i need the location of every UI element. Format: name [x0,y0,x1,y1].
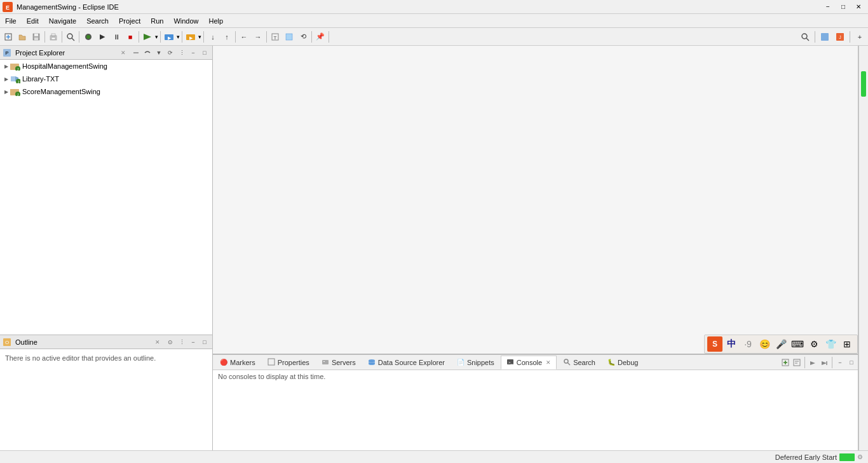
print-button[interactable] [46,30,60,44]
open-type-button[interactable]: T [268,30,282,44]
view-menu-button[interactable]: ⋮ [177,48,187,58]
tab-properties-label: Properties [278,359,309,366]
menu-project[interactable]: Project [114,14,146,27]
menu-run[interactable]: Run [146,14,168,27]
ime-dot-icon[interactable]: ·9 [740,336,756,352]
sep-12 [815,31,815,43]
open-resource-button[interactable] [282,30,296,44]
tab-markers[interactable]: 🔴 Markers [214,356,261,370]
project-explorer-header: P Project Explorer ✕ ▼ ⟳ ⋮ − □ [0,46,212,60]
next-edit-button[interactable]: ⟲ [296,30,310,44]
back-button[interactable]: ← [237,30,251,44]
run-button[interactable] [140,30,154,44]
servers-icon [322,358,329,367]
tab-properties[interactable]: Properties [262,356,315,370]
outline-minimize-button[interactable]: − [188,337,198,347]
minimize-button[interactable]: − [821,2,835,12]
sync-button[interactable]: ⟳ [165,48,175,58]
ime-grid-icon[interactable]: ⊞ [839,336,855,352]
outline-view-menu-button[interactable]: ⋮ [177,337,187,347]
open-button[interactable] [15,30,29,44]
console-scroll-lock-button[interactable] [808,357,818,368]
sep-5 [160,31,161,43]
tab-servers[interactable]: Servers [316,356,362,370]
search-toolbar-button[interactable] [64,30,78,44]
ime-shirt-icon[interactable]: 👕 [823,336,838,352]
suspend-button[interactable]: ⏸ [109,30,123,44]
external-tools-dropdown[interactable]: ▾ [198,30,202,44]
link-with-editor-button[interactable] [142,48,153,58]
debug-button[interactable] [81,30,95,44]
coverage-dropdown[interactable]: ▾ [176,30,180,44]
new-console-button[interactable] [780,357,790,368]
run-dropdown[interactable]: ▾ [154,30,159,44]
status-settings-icon[interactable]: ⚙ [857,453,863,460]
prev-annotation-button[interactable]: ↑ [220,30,234,44]
open-perspective-button[interactable]: + [853,30,867,44]
scroll-overview-bar [861,71,866,97]
console-options-button[interactable] [792,357,802,368]
svg-rect-45 [323,361,325,362]
external-tools-button[interactable]: ▶ [184,30,198,44]
tab-data-source-label: Data Source Explorer [378,359,445,366]
tree-item-hospital[interactable]: ▶ J HospitalManagementSwing [0,60,212,73]
ime-voice-icon[interactable]: 🎤 [773,336,789,352]
tab-data-source[interactable]: Data Source Explorer [362,356,451,370]
new-button[interactable] [1,30,15,44]
pin-editor-button[interactable]: 📌 [313,30,327,44]
maximize-button[interactable]: □ [836,2,850,12]
maximize-bottom-button[interactable]: □ [846,357,857,368]
sep-3 [79,31,79,43]
tab-search[interactable]: Search [557,356,601,370]
svg-rect-22 [286,34,292,40]
project-library-label: Library-TXT [22,75,59,83]
tree-item-score[interactable]: ▶ J ScoreManagementSwing [0,85,212,98]
java-perspective-button[interactable]: J [833,30,847,44]
coverage-button[interactable]: ▶ [162,30,176,44]
console-close-icon[interactable]: ✕ [546,359,551,366]
tab-snippets-label: Snippets [467,359,494,366]
ime-chinese-icon[interactable]: 中 [724,336,739,352]
save-button[interactable] [29,30,43,44]
stop-button[interactable]: ■ [123,30,137,44]
outline-maximize-button[interactable]: □ [200,337,210,347]
menu-search[interactable]: Search [81,14,114,27]
menu-file[interactable]: File [0,14,22,27]
console-scroll-end-button[interactable] [819,357,829,368]
tab-console[interactable]: >_ Console ✕ [501,356,557,370]
menu-edit[interactable]: Edit [22,14,44,27]
project-score-label: ScoreManagementSwing [22,88,100,95]
menu-navigate[interactable]: Navigate [44,14,81,27]
project-explorer-title: Project Explorer [15,49,116,57]
next-annotation-button[interactable]: ↓ [206,30,220,44]
ime-sougou-icon[interactable]: S [707,336,722,352]
minimize-bottom-button[interactable]: − [835,357,845,368]
collapse-all-button[interactable] [131,48,141,58]
search-global-button[interactable] [798,30,812,44]
ime-keyboard-icon[interactable]: ⌨ [790,336,805,352]
debug-tab-icon: 🐛 [607,359,615,366]
sep-13 [850,31,850,43]
perspective-button[interactable] [818,30,832,44]
tab-debug[interactable]: 🐛 Debug [602,356,644,370]
menu-help[interactable]: Help [204,14,229,27]
maximize-panel-button[interactable]: □ [200,48,210,58]
console-content: No consoles to display at this time. [213,370,858,462]
console-message: No consoles to display at this time. [218,373,325,380]
forward-button[interactable]: → [251,30,265,44]
filters-button[interactable]: ▼ [154,48,164,58]
minimize-panel-button[interactable]: − [188,48,198,58]
svg-text:J: J [17,93,19,96]
tab-snippets[interactable]: 📄 Snippets [451,356,500,370]
ime-emoji-icon[interactable]: 😊 [757,336,772,352]
tree-item-library[interactable]: ▶ J Library-TXT [0,73,212,85]
menu-window[interactable]: Window [168,14,203,27]
toolbar-group-debug: ▶ ⏸ ■ ▾ ▶ ▾ ▶ ▾ [81,30,205,44]
snippets-icon: 📄 [457,359,465,366]
toolbar-group-3: ↓ ↑ ← → T ⟲ 📌 [206,30,330,44]
resume-button[interactable]: ▶ [95,30,109,44]
ime-settings-icon[interactable]: ⚙ [806,336,822,352]
bottom-panel: 🔴 Markers Properties Servers [213,354,858,462]
outline-sync-button[interactable]: ⊙ [165,337,175,347]
close-button[interactable]: ✕ [851,2,865,12]
